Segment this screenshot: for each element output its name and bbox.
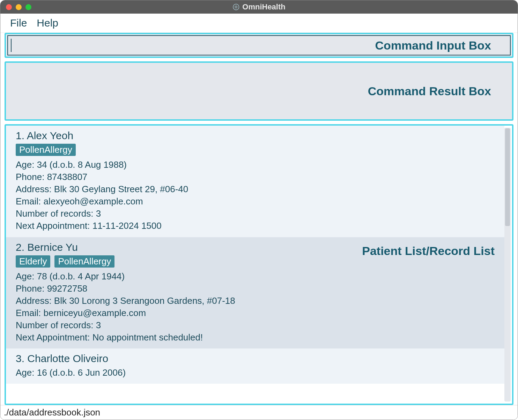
- command-result-box: Command Result Box: [5, 61, 513, 121]
- command-result-label: Command Result Box: [368, 84, 491, 98]
- menubar: File Help: [0, 14, 518, 33]
- app-window: OmniHealth File Help Command Input Box C…: [0, 0, 518, 420]
- patient-title: 3. Charlotte Oliveiro: [16, 353, 495, 365]
- patient-list[interactable]: 1. Alex YeohPollenAllergyAge: 34 (d.o.b.…: [6, 126, 504, 404]
- patient-detail-line: Phone: 99272758: [16, 283, 495, 295]
- close-icon[interactable]: [6, 4, 12, 10]
- app-logo-icon: [232, 3, 239, 10]
- patient-detail-line: Email: alexyeoh@example.com: [16, 195, 495, 208]
- patient-detail-line: Address: Blk 30 Lorong 3 Serangoon Garde…: [16, 295, 495, 307]
- window-title: OmniHealth: [232, 2, 285, 12]
- patient-detail-line: Age: 34 (d.o.b. 8 Aug 1988): [16, 159, 495, 171]
- patient-list-box: 1. Alex YeohPollenAllergyAge: 34 (d.o.b.…: [5, 124, 513, 405]
- menu-file[interactable]: File: [10, 17, 27, 29]
- patient-detail-line: Next Appointment: No appointment schedul…: [16, 331, 495, 344]
- window-controls: [6, 4, 31, 10]
- patient-detail-line: Age: 78 (d.o.b. 4 Apr 1944): [16, 270, 495, 283]
- patient-detail-line: Next Appointment: 11-11-2024 1500: [16, 220, 495, 232]
- titlebar: OmniHealth: [0, 0, 518, 14]
- patient-detail-line: Address: Blk 30 Geylang Street 29, #06-4…: [16, 183, 495, 195]
- patient-title: 2. Bernice Yu: [16, 241, 495, 253]
- command-input[interactable]: [7, 35, 511, 55]
- text-cursor-icon: [11, 39, 12, 52]
- command-input-box: Command Input Box: [5, 33, 513, 58]
- minimize-icon[interactable]: [16, 4, 22, 10]
- menu-help[interactable]: Help: [37, 17, 58, 29]
- patient-tags: ElderlyPollenAllergy: [16, 255, 495, 268]
- scrollbar-thumb[interactable]: [505, 128, 510, 226]
- patient-card[interactable]: 2. Bernice YuElderlyPollenAllergyAge: 78…: [6, 237, 504, 349]
- tag: PollenAllergy: [16, 144, 76, 156]
- window-title-text: OmniHealth: [242, 2, 285, 12]
- statusbar-path: ./data/addressbook.json: [4, 407, 100, 418]
- patient-detail-line: Email: berniceyu@example.com: [16, 307, 495, 319]
- content-area: Command Input Box Command Result Box 1. …: [0, 33, 518, 405]
- scrollbar[interactable]: [504, 128, 511, 402]
- patient-detail-line: Number of records: 3: [16, 319, 495, 331]
- tag: PollenAllergy: [54, 255, 114, 268]
- patient-card[interactable]: 3. Charlotte OliveiroAge: 16 (d.o.b. 6 J…: [6, 348, 504, 384]
- patient-detail-line: Phone: 87438807: [16, 171, 495, 183]
- patient-title: 1. Alex Yeoh: [16, 130, 495, 142]
- maximize-icon[interactable]: [25, 4, 31, 10]
- tag: Elderly: [16, 255, 50, 268]
- patient-tags: PollenAllergy: [16, 144, 495, 156]
- statusbar: ./data/addressbook.json: [0, 405, 518, 420]
- patient-card[interactable]: 1. Alex YeohPollenAllergyAge: 34 (d.o.b.…: [6, 126, 504, 237]
- patient-detail-line: Age: 16 (d.o.b. 6 Jun 2006): [16, 367, 495, 379]
- patient-detail-line: Number of records: 3: [16, 208, 495, 220]
